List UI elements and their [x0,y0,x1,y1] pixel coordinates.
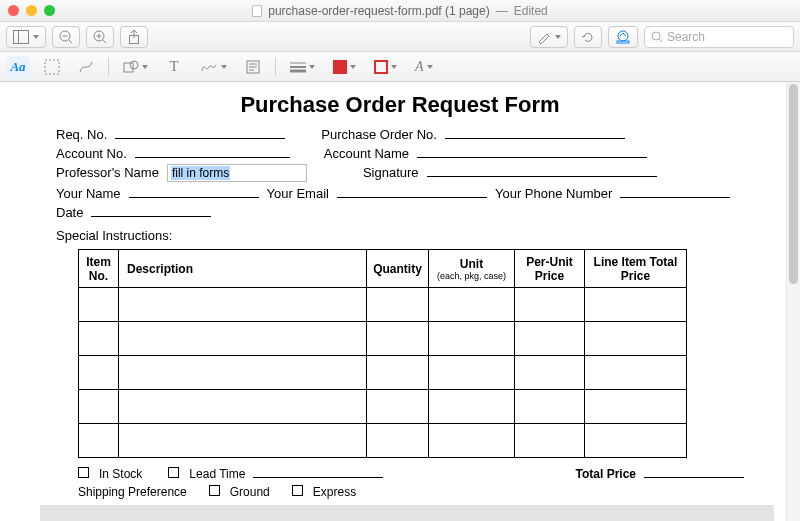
total-price-field[interactable] [644,466,744,478]
your-email-label: Your Email [267,186,329,201]
table-row[interactable] [79,322,687,356]
border-color-tool[interactable] [329,56,360,78]
rectangular-selection-tool[interactable] [40,56,64,78]
close-window-button[interactable] [8,5,19,16]
svg-point-17 [130,61,138,69]
table-row[interactable] [79,390,687,424]
shapes-tool[interactable] [119,56,152,78]
scrollbar-thumb[interactable] [789,84,798,284]
window-controls [8,5,55,16]
svg-rect-16 [124,63,133,72]
fill-color-tool[interactable] [370,56,401,78]
svg-line-6 [103,39,107,43]
th-per-unit-price: Per-Unit Price [515,250,585,288]
express-checkbox[interactable] [292,485,303,496]
svg-point-2 [60,31,70,41]
svg-rect-9 [130,35,139,43]
lead-time-label: Lead Time [189,467,245,481]
account-no-label: Account No. [56,146,127,161]
svg-line-14 [659,39,662,42]
your-name-label: Your Name [56,186,121,201]
th-quantity: Quantity [367,250,429,288]
svg-rect-18 [247,61,259,73]
professor-name-label: Professor's Name [56,165,159,180]
page-gutter [40,505,774,521]
share-button[interactable] [120,26,148,48]
in-stock-label: In Stock [99,467,142,481]
search-icon [651,31,663,43]
note-tool[interactable] [241,56,265,78]
sketch-tool[interactable] [74,56,98,78]
purchase-order-no-label: Purchase Order No. [321,127,437,142]
font-style-tool[interactable]: A [411,56,437,78]
view-mode-button[interactable] [6,26,46,48]
zoom-out-button[interactable] [52,26,80,48]
search-placeholder: Search [667,30,705,44]
svg-point-11 [618,31,628,41]
table-header-row: Item No. Description Quantity Unit(each,… [79,250,687,288]
minimize-window-button[interactable] [26,5,37,16]
th-line-total: Line Item Total Price [585,250,687,288]
account-no-field[interactable] [135,145,290,158]
document-icon [252,5,262,17]
window-title-group: purchase-order-request-form.pdf (1 page)… [0,4,800,18]
in-stock-checkbox[interactable] [78,467,89,478]
search-field[interactable]: Search [644,26,794,48]
zoom-window-button[interactable] [44,5,55,16]
special-instructions-label: Special Instructions: [56,228,744,243]
lead-time-field[interactable] [253,466,383,478]
req-no-label: Req. No. [56,127,107,142]
shipping-preference-label: Shipping Preference [78,485,187,499]
req-no-field[interactable] [115,126,285,139]
total-price-label: Total Price [576,467,636,481]
your-phone-field[interactable] [620,185,730,198]
th-description: Description [119,250,367,288]
account-name-field[interactable] [417,145,647,158]
ground-checkbox[interactable] [209,485,220,496]
pdf-page: Purchase Order Request Form Req. No. Pur… [0,82,800,499]
lead-time-checkbox[interactable] [168,467,179,478]
table-row[interactable] [79,424,687,458]
sign-tool[interactable] [196,56,231,78]
th-item-no: Item No. [79,250,119,288]
document-canvas[interactable]: Purchase Order Request Form Req. No. Pur… [0,82,800,521]
svg-rect-12 [617,41,629,43]
your-email-field[interactable] [337,185,487,198]
svg-point-13 [652,32,660,40]
border-weight-tool[interactable] [286,56,319,78]
window-title: purchase-order-request-form.pdf (1 page) [268,4,489,18]
express-label: Express [313,485,356,499]
text-annotation-tool[interactable]: Aa [6,56,30,78]
purchase-order-no-field[interactable] [445,126,625,139]
your-phone-label: Your Phone Number [495,186,612,201]
zoom-in-button[interactable] [86,26,114,48]
table-row[interactable] [79,288,687,322]
page-title: Purchase Order Request Form [56,92,744,118]
highlight-button[interactable] [530,26,568,48]
your-name-field[interactable] [129,185,259,198]
signature-label: Signature [363,165,419,180]
th-unit: Unit(each, pkg, case) [429,250,515,288]
main-toolbar: Search [0,22,800,52]
date-field[interactable] [91,204,211,217]
table-row[interactable] [79,356,687,390]
markup-toggle-button[interactable] [608,26,638,48]
professor-name-value: fill in forms [171,166,230,180]
markup-toolbar: Aa T A [0,52,800,82]
ground-label: Ground [230,485,270,499]
date-label: Date [56,205,83,220]
rotate-button[interactable] [574,26,602,48]
text-tool[interactable]: T [162,56,186,78]
professor-name-input[interactable]: fill in forms [167,164,307,182]
account-name-label: Account Name [324,146,409,161]
svg-rect-0 [14,30,29,43]
svg-rect-15 [45,60,59,74]
line-items-table: Item No. Description Quantity Unit(each,… [78,249,687,458]
edited-label: Edited [514,4,548,18]
svg-point-5 [94,31,104,41]
signature-field[interactable] [427,164,657,177]
window-titlebar: purchase-order-request-form.pdf (1 page)… [0,0,800,22]
vertical-scrollbar[interactable] [786,82,800,521]
svg-line-3 [69,39,73,43]
